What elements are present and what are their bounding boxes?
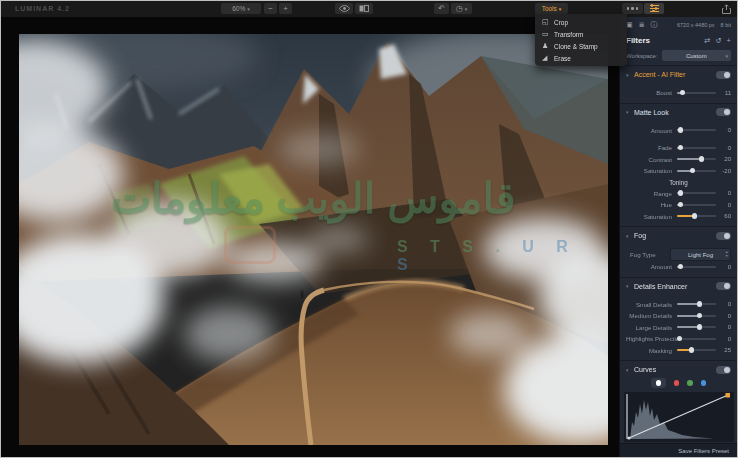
slider-row-small-details: Small Details0	[620, 299, 737, 311]
slider-value: 0	[716, 313, 731, 319]
slider-track[interactable]	[677, 338, 716, 340]
slider-track[interactable]	[677, 215, 716, 217]
slider-row-fade: Fade0	[620, 142, 737, 154]
slider-value: 0	[716, 202, 731, 208]
slider-row-saturation: Saturation-20	[620, 165, 737, 177]
slider-track[interactable]	[677, 326, 716, 328]
info-tab-icon[interactable]: ⓘ	[651, 20, 658, 30]
menu-item-label: Clone & Stamp	[554, 43, 598, 50]
filter-toggle[interactable]	[716, 232, 731, 240]
slider-knob[interactable]	[680, 90, 685, 95]
looks-panel-button[interactable]	[622, 3, 643, 14]
menu-item-label: Crop	[554, 19, 568, 26]
menu-item-label: Erase	[554, 55, 571, 62]
slider-track[interactable]	[677, 170, 716, 172]
slider-label: Masking	[626, 347, 677, 354]
slider-knob[interactable]	[692, 213, 697, 218]
curve-point-end	[726, 393, 731, 398]
slider-knob[interactable]	[678, 127, 683, 132]
slider-row-large-details: Large Details0	[620, 322, 737, 334]
filter-toggle[interactable]	[716, 282, 731, 290]
slider-track[interactable]	[677, 303, 716, 305]
channel-selected-pill[interactable]	[651, 378, 666, 388]
slider-row-range: Range0	[620, 188, 737, 200]
slider-value: 20	[716, 156, 731, 162]
menu-item-clone-stamp[interactable]: ♟Clone & Stamp	[535, 40, 627, 52]
filter-toggle[interactable]	[716, 366, 731, 374]
slider-knob[interactable]	[697, 324, 702, 329]
menu-item-crop[interactable]: ◱Crop	[535, 16, 627, 28]
crop-icon: ◱	[542, 18, 554, 26]
menu-item-erase[interactable]: ◢Erase	[535, 52, 627, 64]
channel-dot-0[interactable]	[656, 380, 662, 386]
history-button[interactable]: ◷ ▾	[451, 3, 472, 14]
slider-value: 0	[716, 336, 731, 342]
zoom-level-button[interactable]: 60% ▾	[221, 3, 261, 14]
slider-knob[interactable]	[678, 264, 683, 269]
menu-item-transform[interactable]: ▭Transform	[535, 28, 627, 40]
slider-track[interactable]	[677, 92, 716, 94]
slider-label: Boost	[626, 89, 677, 96]
filter-section-header: ▾Curves	[620, 363, 737, 376]
slider-knob[interactable]	[677, 336, 682, 341]
looks-icon	[627, 7, 639, 10]
collapse-chevron-icon[interactable]: ▾	[626, 367, 634, 373]
collapse-chevron-icon[interactable]: ▾	[626, 109, 634, 115]
slider-track[interactable]	[677, 349, 716, 351]
slider-knob[interactable]	[678, 190, 683, 195]
slider-row-highlights-protection: Highlights Protection0	[620, 333, 737, 345]
export-share-button[interactable]	[718, 3, 734, 14]
slider-label: Highlights Protection	[626, 335, 677, 342]
slider-knob[interactable]	[697, 301, 702, 306]
slider-track[interactable]	[677, 315, 716, 317]
slider-knob[interactable]	[690, 168, 695, 173]
workspace-value: Custom	[686, 53, 707, 59]
preview-button[interactable]	[335, 3, 353, 14]
slider-track[interactable]	[677, 147, 716, 149]
undo-button[interactable]: ↶	[434, 3, 449, 14]
slider-knob[interactable]	[678, 145, 683, 150]
filters-panel-button[interactable]	[644, 3, 664, 14]
slider-knob[interactable]	[699, 156, 704, 161]
filters-title: Filters	[626, 36, 699, 45]
slider-knob[interactable]	[689, 347, 694, 352]
slider-track[interactable]	[677, 192, 716, 194]
compare-before-after-button[interactable]	[355, 3, 373, 14]
slider-row-amount: Amount0	[620, 261, 737, 273]
photo-canvas[interactable]: قاموس الويب معلومات S T S . U R S	[19, 34, 608, 445]
menu-item-label: Transform	[554, 31, 583, 38]
slider-knob[interactable]	[678, 202, 683, 207]
erase-icon: ◢	[542, 54, 554, 62]
layers-tab-icon[interactable]: ≣	[639, 21, 645, 29]
slider-track[interactable]	[677, 158, 716, 160]
channel-dot-1[interactable]	[674, 380, 680, 386]
filter-toggle[interactable]	[716, 71, 731, 79]
workspace-dropdown[interactable]: Custom ▾	[662, 50, 731, 61]
filter-toggle[interactable]	[716, 108, 731, 116]
channel-dot-2[interactable]	[687, 380, 693, 386]
slider-track[interactable]	[677, 266, 716, 268]
collapse-chevron-icon[interactable]: ▾	[626, 72, 634, 78]
collapse-chevron-icon[interactable]: ▾	[626, 283, 634, 289]
fog-type-dropdown[interactable]: Light Fog▴▾	[670, 248, 731, 261]
sort-filters-icon[interactable]: ⇄	[704, 36, 710, 45]
tools-menu-button[interactable]: Tools ▾	[535, 3, 568, 14]
curves-editor[interactable]	[624, 392, 733, 442]
slider-track[interactable]	[677, 129, 716, 131]
slider-value: -20	[716, 168, 731, 174]
zoom-out-button[interactable]: −	[264, 3, 277, 14]
filter-section-title: Accent - AI Filter	[634, 71, 716, 78]
sidebar-footer: Save Filters Preset	[620, 443, 737, 457]
slider-label: Small Details	[626, 301, 677, 308]
slider-knob[interactable]	[697, 313, 702, 318]
slider-label: Amount	[626, 127, 677, 134]
watermark-latin-text: S T S . U R S	[397, 238, 608, 274]
slider-fill	[677, 303, 699, 305]
channel-dot-3[interactable]	[701, 380, 707, 386]
slider-track[interactable]	[677, 204, 716, 206]
save-filters-preset-button[interactable]: Save Filters Preset	[678, 448, 729, 454]
zoom-in-button[interactable]: +	[279, 3, 292, 14]
add-filter-icon[interactable]: +	[727, 36, 731, 45]
reset-filters-icon[interactable]: ↺	[715, 36, 721, 45]
collapse-chevron-icon[interactable]: ▾	[626, 233, 634, 239]
